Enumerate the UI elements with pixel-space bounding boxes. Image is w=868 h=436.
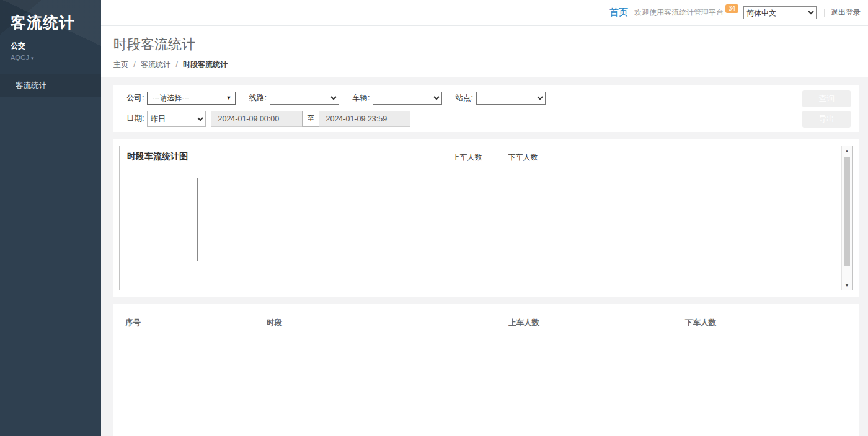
chart-card: 时段车流统计图 上车人数 下车人数 ▲ ▼	[113, 139, 859, 297]
legend-item-boarding[interactable]: 上车人数	[434, 152, 482, 163]
welcome-text: 欢迎使用客流统计管理平台	[634, 7, 724, 18]
table-header-index: 序号	[125, 314, 267, 334]
filter-panel: 公司: ---请选择--- ▼ 线路: 车辆: 站点: 日期: 昨日	[113, 85, 859, 132]
table-header-alighting: 下车人数	[685, 314, 846, 334]
sidebar: 客流统计 公交 AQGJ ▾ 客流统计	[0, 0, 101, 436]
station-label: 站点:	[455, 93, 472, 103]
table-header-boarding: 上车人数	[508, 314, 685, 334]
main-area: 首页 欢迎使用客流统计管理平台 34 简体中文 退出登录 时段客流统计 主页 /…	[101, 0, 868, 436]
date-preset-select[interactable]: 昨日	[147, 111, 206, 127]
legend-item-alighting[interactable]: 下车人数	[490, 152, 538, 163]
breadcrumb-item-current: 时段客流统计	[183, 60, 228, 69]
line-label: 线路:	[249, 93, 266, 103]
nav-section-passenger-stats: 客流统计	[0, 74, 101, 97]
vehicle-select[interactable]	[373, 92, 442, 105]
sidebar-header: 客流统计 公交 AQGJ ▾	[0, 0, 101, 74]
sidebar-brand: 客流统计	[11, 12, 92, 33]
breadcrumb-item-home[interactable]: 主页	[113, 60, 128, 69]
scroll-up-icon[interactable]: ▲	[842, 146, 852, 155]
breadcrumb-separator: /	[175, 60, 177, 69]
export-button[interactable]: 导出	[802, 111, 851, 128]
line-select[interactable]	[270, 92, 339, 105]
vehicle-label: 车辆:	[352, 93, 370, 103]
breadcrumb-separator: /	[133, 60, 135, 69]
table-header-period: 时段	[267, 314, 508, 334]
legend-swatch-boarding	[434, 154, 450, 162]
topbar-divider	[824, 9, 825, 17]
data-table: 序号 时段 上车人数 下车人数	[125, 314, 846, 334]
table-card: 序号 时段 上车人数 下车人数	[113, 304, 859, 436]
caret-down-icon: ▼	[226, 95, 232, 101]
scrollbar-thumb[interactable]	[844, 157, 850, 266]
breadcrumb-item-passenger-stats[interactable]: 客流统计	[141, 60, 170, 69]
scroll-down-icon[interactable]: ▼	[842, 281, 852, 290]
legend-swatch-alighting	[490, 154, 505, 162]
language-select[interactable]: 简体中文	[743, 6, 817, 19]
query-button[interactable]: 查询	[802, 90, 851, 107]
chart-title: 时段车流统计图	[127, 151, 188, 162]
page-title: 时段客流统计	[113, 35, 856, 54]
company-label: 公司:	[126, 93, 144, 103]
station-select[interactable]	[476, 92, 546, 105]
chart-panel: 时段车流统计图 上车人数 下车人数 ▲ ▼	[119, 146, 852, 290]
topbar: 首页 欢迎使用客流统计管理平台 34 简体中文 退出登录	[101, 0, 868, 26]
logout-link[interactable]: 退出登录	[831, 7, 861, 18]
company-select[interactable]: ---请选择--- ▼	[147, 92, 236, 105]
date-end-input[interactable]	[319, 111, 410, 127]
org-name: 公交	[11, 41, 92, 51]
date-label: 日期:	[126, 113, 144, 124]
plot-area	[197, 178, 774, 261]
date-range-to-label: 至	[302, 111, 319, 127]
notification-badge: 34	[725, 4, 738, 13]
org-code-dropdown[interactable]: AQGJ ▾	[11, 54, 92, 61]
home-link[interactable]: 首页	[609, 7, 628, 19]
page-heading: 时段客流统计 主页 / 客流统计 / 时段客流统计	[101, 26, 868, 77]
sidebar-item-passenger-stats[interactable]: 客流统计	[0, 74, 101, 97]
chart-scrollbar[interactable]: ▲ ▼	[841, 146, 852, 290]
chevron-down-icon: ▾	[31, 55, 34, 61]
breadcrumb: 主页 / 客流统计 / 时段客流统计	[113, 59, 856, 70]
page-content: 公司: ---请选择--- ▼ 线路: 车辆: 站点: 日期: 昨日	[101, 77, 868, 436]
chart-legend: 上车人数 下车人数	[434, 152, 538, 163]
date-start-input[interactable]	[211, 111, 302, 127]
